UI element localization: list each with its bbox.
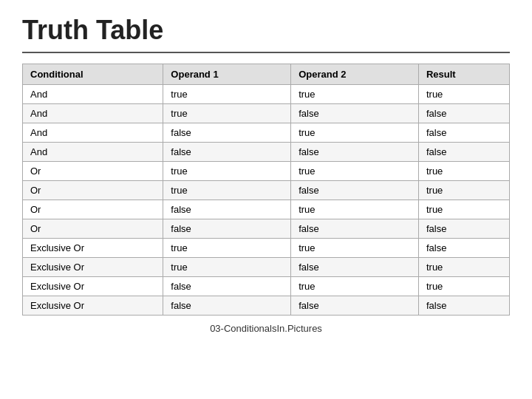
table-cell: false bbox=[418, 104, 509, 123]
table-cell: true bbox=[418, 181, 509, 200]
table-cell: false bbox=[418, 123, 509, 143]
table-header-cell: Operand 1 bbox=[163, 64, 291, 85]
table-row: Ortruetruetrue bbox=[23, 162, 510, 181]
page-title: Truth Table bbox=[22, 15, 510, 53]
table-cell: true bbox=[291, 277, 419, 296]
table-cell: false bbox=[163, 277, 291, 296]
table-cell: And bbox=[23, 104, 163, 123]
table-cell: false bbox=[291, 104, 419, 123]
table-cell: Or bbox=[23, 181, 163, 200]
table-cell: true bbox=[291, 239, 419, 258]
table-cell: true bbox=[163, 258, 291, 277]
table-row: Andfalsetruefalse bbox=[23, 123, 510, 143]
table-cell: false bbox=[418, 239, 509, 258]
table-cell: And bbox=[23, 85, 163, 104]
table-cell: true bbox=[163, 104, 291, 123]
table-cell: false bbox=[163, 143, 291, 162]
table-cell: And bbox=[23, 143, 163, 162]
table-cell: Exclusive Or bbox=[23, 258, 163, 277]
truth-table: ConditionalOperand 1Operand 2Result Andt… bbox=[22, 64, 510, 316]
table-row: Andtruefalsefalse bbox=[23, 104, 510, 123]
page: Truth Table ConditionalOperand 1Operand … bbox=[0, 0, 532, 399]
table-cell: false bbox=[291, 143, 419, 162]
table-cell: true bbox=[418, 162, 509, 181]
table-cell: false bbox=[291, 296, 419, 316]
table-row: Andtruetruetrue bbox=[23, 85, 510, 104]
table-cell: And bbox=[23, 123, 163, 143]
table-cell: true bbox=[418, 85, 509, 104]
table-cell: Or bbox=[23, 162, 163, 181]
table-cell: Or bbox=[23, 200, 163, 219]
table-cell: false bbox=[291, 258, 419, 277]
table-row: Orfalsetruetrue bbox=[23, 200, 510, 219]
table-cell: Or bbox=[23, 219, 163, 239]
table-cell: false bbox=[418, 143, 509, 162]
table-cell: Exclusive Or bbox=[23, 296, 163, 316]
table-header-cell: Result bbox=[418, 64, 509, 85]
table-cell: true bbox=[163, 85, 291, 104]
table-cell: false bbox=[163, 123, 291, 143]
table-row: Exclusive Ortruetruefalse bbox=[23, 239, 510, 258]
table-cell: true bbox=[163, 239, 291, 258]
table-row: Exclusive Ortruefalsetrue bbox=[23, 258, 510, 277]
table-cell: false bbox=[418, 219, 509, 239]
table-cell: true bbox=[418, 258, 509, 277]
table-cell: false bbox=[163, 296, 291, 316]
table-cell: true bbox=[291, 162, 419, 181]
table-cell: true bbox=[418, 277, 509, 296]
footer-text: 03-ConditionalsIn.Pictures bbox=[22, 323, 510, 334]
table-cell: false bbox=[163, 219, 291, 239]
table-row: Orfalsefalsefalse bbox=[23, 219, 510, 239]
table-row: Andfalsefalsefalse bbox=[23, 143, 510, 162]
table-cell: true bbox=[163, 162, 291, 181]
table-cell: true bbox=[291, 200, 419, 219]
table-cell: false bbox=[291, 219, 419, 239]
table-header-cell: Conditional bbox=[23, 64, 163, 85]
table-cell: true bbox=[291, 123, 419, 143]
table-cell: Exclusive Or bbox=[23, 239, 163, 258]
table-cell: true bbox=[418, 200, 509, 219]
table-cell: false bbox=[418, 296, 509, 316]
table-cell: true bbox=[291, 85, 419, 104]
table-cell: Exclusive Or bbox=[23, 277, 163, 296]
table-cell: false bbox=[163, 200, 291, 219]
table-header-cell: Operand 2 bbox=[291, 64, 419, 85]
table-cell: true bbox=[163, 181, 291, 200]
table-row: Exclusive Orfalsefalsefalse bbox=[23, 296, 510, 316]
table-header-row: ConditionalOperand 1Operand 2Result bbox=[23, 64, 510, 85]
table-row: Exclusive Orfalsetruetrue bbox=[23, 277, 510, 296]
table-row: Ortruefalsetrue bbox=[23, 181, 510, 200]
table-cell: false bbox=[291, 181, 419, 200]
